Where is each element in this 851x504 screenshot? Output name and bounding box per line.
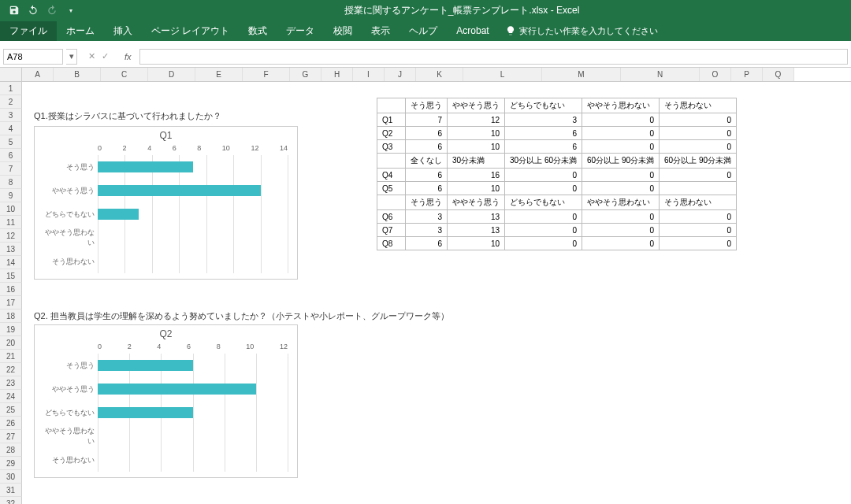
formula-input[interactable] bbox=[139, 49, 848, 65]
tab-help[interactable]: ヘルプ bbox=[399, 21, 447, 41]
row-header[interactable]: 11 bbox=[0, 216, 22, 229]
table-cell[interactable]: 0 bbox=[505, 237, 582, 250]
row-header[interactable]: 32 bbox=[0, 497, 22, 504]
table-cell[interactable]: 0 bbox=[582, 140, 660, 154]
table-cell[interactable]: 0 bbox=[505, 182, 582, 195]
redo-icon[interactable] bbox=[44, 2, 60, 18]
row-header[interactable]: 23 bbox=[0, 376, 22, 390]
row-header[interactable]: 30 bbox=[0, 470, 22, 484]
row-header[interactable]: 2 bbox=[0, 95, 22, 109]
row-header[interactable]: 22 bbox=[0, 363, 22, 376]
table-cell[interactable]: 0 bbox=[505, 169, 582, 182]
column-header[interactable]: I bbox=[353, 68, 385, 81]
row-header[interactable]: 28 bbox=[0, 443, 22, 457]
row-header[interactable]: 3 bbox=[0, 109, 22, 122]
row-header[interactable]: 12 bbox=[0, 229, 22, 243]
table-cell[interactable]: 0 bbox=[582, 127, 660, 140]
table-cell[interactable]: 0 bbox=[660, 140, 737, 154]
row-header[interactable]: 29 bbox=[0, 457, 22, 470]
sheet-content[interactable]: Q1.授業はシラバスに基づいて行われましたか？ Q1 02468101214 そ… bbox=[22, 82, 851, 504]
data-table[interactable]: そう思うややそう思うどちらでもないややそう思わないそう思わないQ1712300Q… bbox=[377, 98, 737, 250]
column-header[interactable]: C bbox=[101, 68, 148, 81]
column-header[interactable]: P bbox=[731, 68, 763, 81]
tab-file[interactable]: ファイル bbox=[0, 21, 57, 41]
table-cell[interactable]: 0 bbox=[582, 169, 660, 182]
column-header[interactable]: L bbox=[463, 68, 542, 81]
row-header[interactable]: 18 bbox=[0, 309, 22, 323]
table-cell[interactable]: 0 bbox=[660, 237, 737, 250]
column-header[interactable]: N bbox=[621, 68, 700, 81]
tab-home[interactable]: ホーム bbox=[57, 21, 104, 41]
table-cell[interactable]: 16 bbox=[448, 169, 505, 182]
column-header[interactable]: D bbox=[148, 68, 195, 81]
column-header[interactable]: E bbox=[195, 68, 243, 81]
row-header[interactable]: 15 bbox=[0, 269, 22, 283]
table-cell[interactable]: 10 bbox=[448, 127, 505, 140]
column-header[interactable]: O bbox=[700, 68, 731, 81]
chart-q2[interactable]: Q2 024681012 そう思うややそう思うどちらでもないややそう思わないそう… bbox=[34, 324, 298, 478]
row-header[interactable]: 16 bbox=[0, 283, 22, 296]
save-icon[interactable] bbox=[6, 2, 22, 18]
column-header[interactable]: H bbox=[321, 68, 353, 81]
table-cell[interactable]: 0 bbox=[660, 127, 737, 140]
row-header[interactable]: 21 bbox=[0, 350, 22, 363]
table-cell[interactable]: 0 bbox=[582, 182, 660, 195]
name-box-dropdown-icon[interactable]: ▾ bbox=[66, 49, 77, 65]
table-cell[interactable]: 0 bbox=[505, 224, 582, 237]
table-cell[interactable]: 6 bbox=[406, 182, 448, 195]
row-header[interactable]: 27 bbox=[0, 430, 22, 443]
table-cell[interactable]: 0 bbox=[582, 237, 660, 250]
tab-formulas[interactable]: 数式 bbox=[239, 21, 277, 41]
column-header[interactable]: G bbox=[290, 68, 321, 81]
table-cell[interactable]: 6 bbox=[505, 140, 582, 154]
table-cell[interactable]: 6 bbox=[406, 127, 448, 140]
table-cell[interactable]: 0 bbox=[582, 224, 660, 237]
row-header[interactable]: 10 bbox=[0, 202, 22, 216]
table-cell[interactable]: 6 bbox=[406, 237, 448, 250]
chart-q1[interactable]: Q1 02468101214 そう思うややそう思うどちらでもないややそう思わない… bbox=[34, 126, 298, 280]
column-header[interactable]: F bbox=[243, 68, 290, 81]
tab-acrobat[interactable]: Acrobat bbox=[447, 22, 498, 39]
table-cell[interactable]: 0 bbox=[582, 113, 660, 127]
table-cell[interactable]: 0 bbox=[660, 210, 737, 224]
row-header[interactable]: 4 bbox=[0, 122, 22, 135]
tab-layout[interactable]: ページ レイアウト bbox=[142, 21, 239, 41]
table-cell[interactable]: 13 bbox=[448, 224, 505, 237]
table-cell[interactable]: 6 bbox=[406, 169, 448, 182]
table-cell[interactable]: 0 bbox=[582, 210, 660, 224]
row-header[interactable]: 20 bbox=[0, 336, 22, 350]
table-cell[interactable]: 12 bbox=[448, 113, 505, 127]
table-cell[interactable]: 3 bbox=[505, 113, 582, 127]
cancel-icon[interactable]: ✕ bbox=[88, 51, 95, 61]
table-cell[interactable]: 0 bbox=[660, 113, 737, 127]
row-header[interactable]: 7 bbox=[0, 162, 22, 176]
enter-icon[interactable]: ✓ bbox=[102, 51, 109, 61]
row-header[interactable]: 26 bbox=[0, 417, 22, 430]
row-header[interactable]: 17 bbox=[0, 296, 22, 309]
row-header[interactable]: 1 bbox=[0, 82, 22, 95]
table-cell[interactable]: 6 bbox=[505, 127, 582, 140]
table-cell[interactable]: 3 bbox=[406, 210, 448, 224]
table-cell[interactable]: 10 bbox=[448, 237, 505, 250]
row-header[interactable]: 5 bbox=[0, 135, 22, 149]
row-header[interactable]: 14 bbox=[0, 256, 22, 269]
row-header[interactable]: 19 bbox=[0, 323, 22, 336]
table-cell[interactable]: 7 bbox=[406, 113, 448, 127]
table-cell[interactable]: 0 bbox=[505, 210, 582, 224]
table-cell[interactable] bbox=[660, 182, 737, 195]
tab-insert[interactable]: 挿入 bbox=[104, 21, 142, 41]
tab-review[interactable]: 校閲 bbox=[324, 21, 362, 41]
tab-view[interactable]: 表示 bbox=[362, 21, 399, 41]
fx-icon[interactable]: fx bbox=[120, 52, 136, 61]
qat-customize-icon[interactable]: ▾ bbox=[63, 2, 79, 18]
table-cell[interactable]: 10 bbox=[448, 140, 505, 154]
row-header[interactable]: 8 bbox=[0, 176, 22, 189]
select-all-corner[interactable] bbox=[0, 68, 22, 81]
column-header[interactable]: B bbox=[54, 68, 101, 81]
tab-data[interactable]: データ bbox=[277, 21, 324, 41]
row-header[interactable]: 9 bbox=[0, 189, 22, 202]
row-header[interactable]: 24 bbox=[0, 390, 22, 403]
column-header[interactable]: A bbox=[22, 68, 54, 81]
table-cell[interactable]: 13 bbox=[448, 210, 505, 224]
undo-icon[interactable] bbox=[25, 2, 41, 18]
